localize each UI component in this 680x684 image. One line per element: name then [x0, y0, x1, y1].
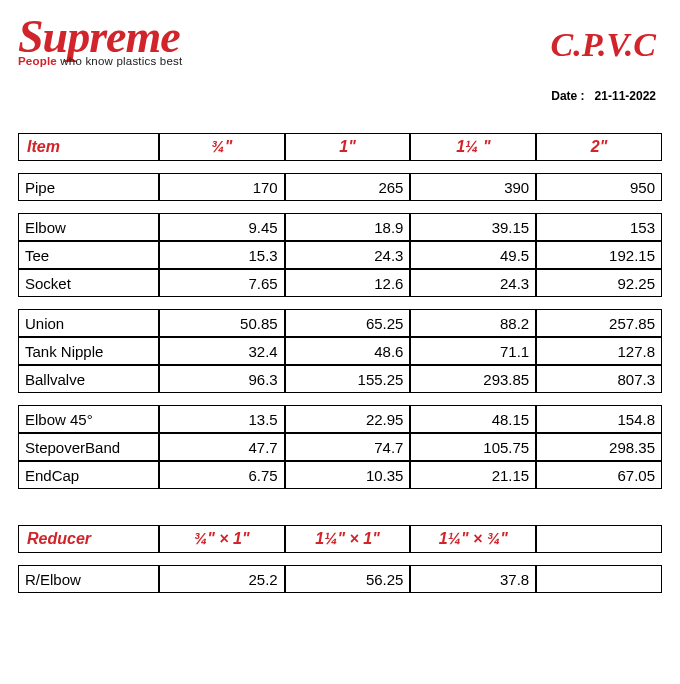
- item-name-cell: Tank Nipple: [18, 337, 159, 365]
- value-cell: 74.7: [285, 433, 411, 461]
- item-name-cell: Elbow 45°: [18, 405, 159, 433]
- table-row: Elbow9.4518.939.15153: [18, 213, 662, 241]
- value-cell: 153: [536, 213, 662, 241]
- value-cell: 39.15: [410, 213, 536, 241]
- main-price-table: Item ¾" 1" 1¼ " 2" Pipe170265390950Elbow…: [18, 133, 662, 489]
- value-cell: 67.05: [536, 461, 662, 489]
- product-line-title: C.P.V.C: [550, 16, 662, 64]
- value-cell: 6.75: [159, 461, 285, 489]
- value-cell: 7.65: [159, 269, 285, 297]
- header-size-0: ¾": [159, 133, 285, 161]
- reducer-header-item: Reducer: [18, 525, 159, 553]
- date-label: Date :: [551, 89, 584, 103]
- reducer-price-table: Reducer ¾" × 1" 1¼" × 1" 1¼" × ¾" R/Elbo…: [18, 525, 662, 593]
- brand-tagline: People who know plastics best: [18, 55, 182, 67]
- value-cell: 105.75: [410, 433, 536, 461]
- reducer-header-1: 1¼" × 1": [285, 525, 411, 553]
- value-cell: 293.85: [410, 365, 536, 393]
- value-cell: 24.3: [410, 269, 536, 297]
- item-name-cell: Ballvalve: [18, 365, 159, 393]
- header-size-1: 1": [285, 133, 411, 161]
- brand-logo: Supreme People who know plastics best: [18, 16, 182, 67]
- value-cell: 154.8: [536, 405, 662, 433]
- table-row: StepoverBand47.774.7105.75298.35: [18, 433, 662, 461]
- value-cell: 50.85: [159, 309, 285, 337]
- table-row: Tank Nipple32.448.671.1127.8: [18, 337, 662, 365]
- main-table-header-row: Item ¾" 1" 1¼ " 2": [18, 133, 662, 161]
- item-name-cell: Pipe: [18, 173, 159, 201]
- value-cell: 18.9: [285, 213, 411, 241]
- value-cell: 24.3: [285, 241, 411, 269]
- value-cell: 96.3: [159, 365, 285, 393]
- item-name-cell: Elbow: [18, 213, 159, 241]
- value-cell: 47.7: [159, 433, 285, 461]
- header-size-3: 2": [536, 133, 662, 161]
- value-cell: 92.25: [536, 269, 662, 297]
- tagline-rest: who know plastics best: [57, 55, 182, 67]
- value-cell: 37.8: [410, 565, 536, 593]
- value-cell: 32.4: [159, 337, 285, 365]
- reducer-header-0: ¾" × 1": [159, 525, 285, 553]
- value-cell: 807.3: [536, 365, 662, 393]
- value-cell: 12.6: [285, 269, 411, 297]
- item-name-cell: EndCap: [18, 461, 159, 489]
- value-cell: 127.8: [536, 337, 662, 365]
- brand-name: Supreme: [18, 16, 182, 57]
- value-cell: 265: [285, 173, 411, 201]
- value-cell: 65.25: [285, 309, 411, 337]
- item-name-cell: StepoverBand: [18, 433, 159, 461]
- tagline-prefix: People: [18, 55, 57, 67]
- date-line: Date : 21-11-2022: [18, 89, 662, 103]
- value-cell: 257.85: [536, 309, 662, 337]
- value-cell: 13.5: [159, 405, 285, 433]
- value-cell: 22.95: [285, 405, 411, 433]
- value-cell: 15.3: [159, 241, 285, 269]
- table-row: Elbow 45°13.522.9548.15154.8: [18, 405, 662, 433]
- table-row: Union50.8565.2588.2257.85: [18, 309, 662, 337]
- value-cell: 49.5: [410, 241, 536, 269]
- table-row: Tee15.324.349.5192.15: [18, 241, 662, 269]
- item-name-cell: R/Elbow: [18, 565, 159, 593]
- table-row: EndCap6.7510.3521.1567.05: [18, 461, 662, 489]
- value-cell: 88.2: [410, 309, 536, 337]
- value-cell: 48.15: [410, 405, 536, 433]
- header-item: Item: [18, 133, 159, 161]
- value-cell: 170: [159, 173, 285, 201]
- value-cell: 10.35: [285, 461, 411, 489]
- value-cell: 48.6: [285, 337, 411, 365]
- value-cell: 155.25: [285, 365, 411, 393]
- value-cell: 298.35: [536, 433, 662, 461]
- document-header: Supreme People who know plastics best C.…: [18, 10, 662, 67]
- value-cell: 9.45: [159, 213, 285, 241]
- header-size-2: 1¼ ": [410, 133, 536, 161]
- table-row: R/Elbow25.256.2537.8: [18, 565, 662, 593]
- value-cell: 390: [410, 173, 536, 201]
- table-row: Socket7.6512.624.392.25: [18, 269, 662, 297]
- reducer-header-2: 1¼" × ¾": [410, 525, 536, 553]
- item-name-cell: Tee: [18, 241, 159, 269]
- reducer-header-3: [536, 525, 662, 553]
- value-cell: 71.1: [410, 337, 536, 365]
- item-name-cell: Union: [18, 309, 159, 337]
- value-cell: [536, 565, 662, 593]
- value-cell: 56.25: [285, 565, 411, 593]
- price-tables-container: Item ¾" 1" 1¼ " 2" Pipe170265390950Elbow…: [18, 133, 662, 593]
- table-row: Ballvalve96.3155.25293.85807.3: [18, 365, 662, 393]
- value-cell: 21.15: [410, 461, 536, 489]
- date-value: 21-11-2022: [595, 89, 656, 103]
- reducer-table-header-row: Reducer ¾" × 1" 1¼" × 1" 1¼" × ¾": [18, 525, 662, 553]
- value-cell: 950: [536, 173, 662, 201]
- table-row: Pipe170265390950: [18, 173, 662, 201]
- item-name-cell: Socket: [18, 269, 159, 297]
- value-cell: 192.15: [536, 241, 662, 269]
- value-cell: 25.2: [159, 565, 285, 593]
